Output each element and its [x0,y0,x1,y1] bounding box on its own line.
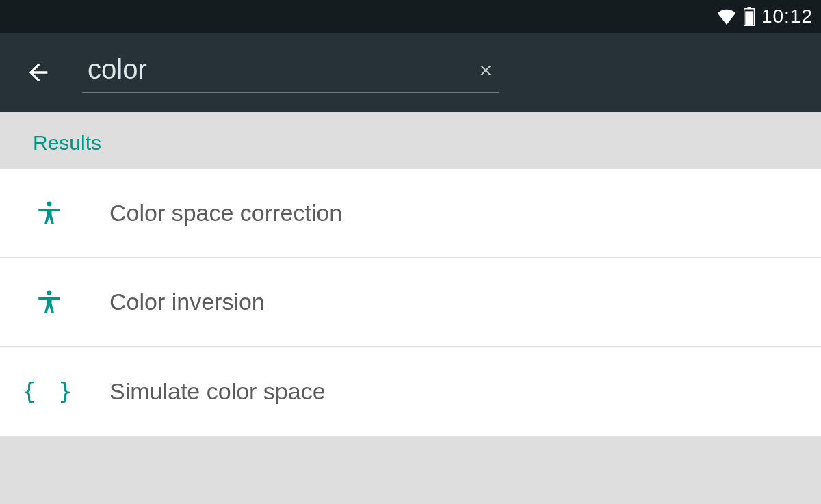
result-item-color-space-correction[interactable]: Color space correction [0,169,821,258]
svg-point-4 [47,290,52,295]
result-item-color-inversion[interactable]: Color inversion [0,258,821,347]
svg-rect-1 [747,7,751,9]
results-section-header: Results [0,112,821,168]
status-clock: 10:12 [761,5,813,27]
result-item-simulate-color-space[interactable]: { } Simulate color space [0,347,821,436]
battery-icon [744,7,755,26]
result-label: Simulate color space [109,378,326,405]
results-list: Color space correction Color inversion {… [0,168,821,436]
clear-search-button[interactable] [472,57,499,84]
app-bar [0,33,821,112]
result-label: Color inversion [109,289,265,315]
accessibility-icon [33,286,66,319]
status-bar: 10:12 [0,0,821,33]
arrow-left-icon [25,59,52,86]
search-field-wrap [82,52,499,93]
search-input[interactable] [82,54,472,90]
accessibility-icon [33,197,66,230]
svg-point-3 [47,201,52,206]
braces-icon: { } [33,375,66,408]
back-button[interactable] [22,56,55,89]
svg-rect-2 [745,11,753,25]
wifi-icon [716,8,737,25]
close-icon [478,63,493,78]
result-label: Color space correction [109,200,342,226]
